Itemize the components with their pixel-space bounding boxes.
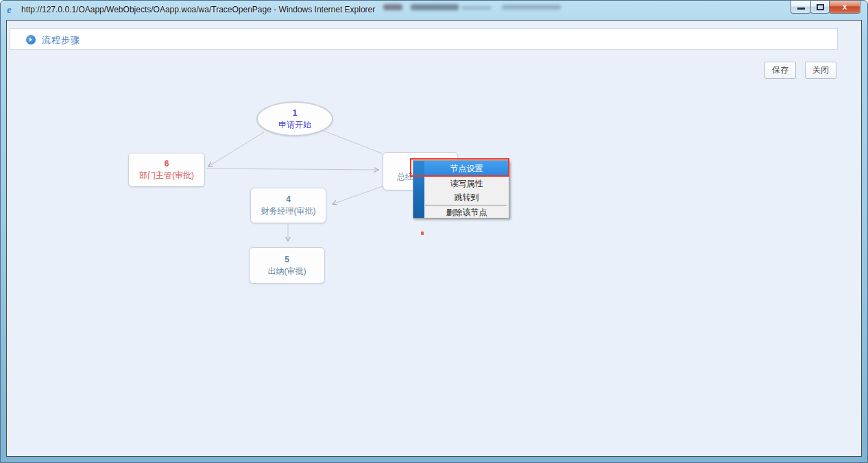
node-number: 5	[285, 254, 289, 266]
browser-window: e http://127.0.0.1/OAapp/WebObjects/OAap…	[0, 0, 868, 463]
flow-node-cashier[interactable]: 5 出纳(审批)	[249, 247, 325, 284]
node-label: 申请开始	[278, 119, 311, 131]
menu-item-jump-to[interactable]: 跳转到	[424, 190, 509, 204]
flow-connectors	[1, 1, 868, 463]
flow-node-dept-manager[interactable]: 6 部门主管(审批)	[128, 153, 205, 187]
menu-item-delete-node[interactable]: 删除该节点	[424, 205, 509, 219]
flowchart-canvas: 1 申请开始 6 部门主管(审批) 3 总经理(审批) 4 财务经理(审批) 5…	[1, 1, 867, 462]
flow-node-start[interactable]: 1 申请开始	[256, 101, 333, 136]
node-number: 4	[286, 194, 291, 205]
node-label: 部门主管(审批)	[139, 170, 194, 182]
node-label: 财务经理(审批)	[261, 205, 316, 217]
node-number: 6	[165, 158, 169, 170]
node-number: 1	[293, 108, 298, 119]
node-label: 出纳(审批)	[268, 266, 306, 277]
flow-node-finance-manager[interactable]: 4 财务经理(审批)	[250, 188, 326, 223]
stray-red-mark	[421, 232, 424, 235]
menu-item-node-settings[interactable]: 节点设置	[424, 161, 509, 177]
node-context-menu: 节点设置 读写属性 跳转到 删除该节点	[413, 160, 509, 218]
context-menu-gutter	[413, 161, 424, 218]
menu-item-read-write-attrs[interactable]: 读写属性	[424, 177, 509, 190]
